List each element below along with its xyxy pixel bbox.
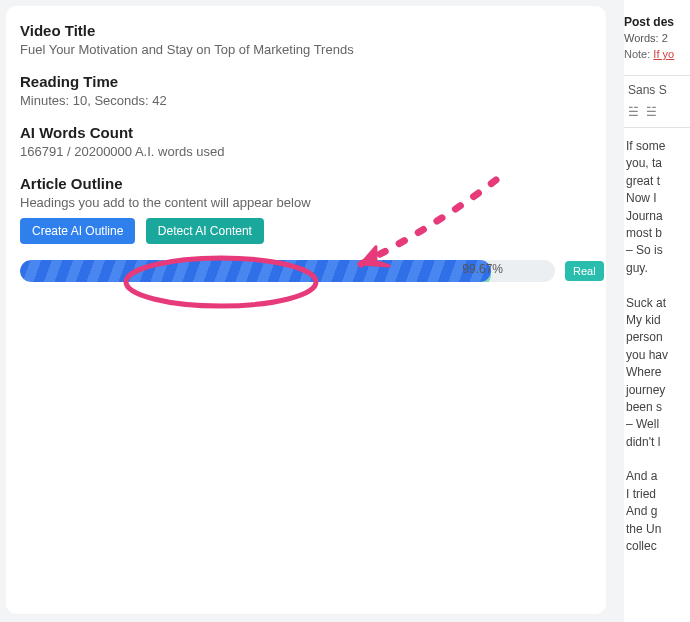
font-family-select[interactable]: Sans S xyxy=(628,82,690,99)
reading-time-label: Reading Time xyxy=(20,73,592,90)
post-note-prefix: Note: xyxy=(624,48,653,60)
real-badge: Real xyxy=(565,261,604,281)
post-words-count: Words: 2 xyxy=(624,31,690,47)
video-title-section: Video Title Fuel Your Motivation and Sta… xyxy=(20,22,592,57)
ai-words-label: AI Words Count xyxy=(20,124,592,141)
post-desc-label: Post des xyxy=(624,14,690,31)
indent-controls[interactable]: ☱ ☱ xyxy=(628,104,690,121)
progress-bar: 99.67% xyxy=(20,260,555,282)
article-outline-section: Article Outline Headings you add to the … xyxy=(20,175,592,244)
ai-detection-progress: 99.67% Real xyxy=(20,260,592,282)
post-note-link[interactable]: If yo xyxy=(653,48,674,60)
post-note: Note: If yo xyxy=(624,47,690,63)
video-title-label: Video Title xyxy=(20,22,592,39)
reading-time-section: Reading Time Minutes: 10, Seconds: 42 xyxy=(20,73,592,108)
right-panel: Post des Words: 2 Note: If yo Sans S ☱ ☱… xyxy=(624,0,690,622)
progress-fill xyxy=(20,260,491,282)
editor-toolbar: Sans S ☱ ☱ xyxy=(624,75,690,128)
video-title-value: Fuel Your Motivation and Stay on Top of … xyxy=(20,42,592,57)
outline-sub: Headings you add to the content will app… xyxy=(20,195,592,210)
detect-ai-content-button[interactable]: Detect AI Content xyxy=(146,218,264,244)
reading-time-value: Minutes: 10, Seconds: 42 xyxy=(20,93,592,108)
progress-percent: 99.67% xyxy=(462,262,503,276)
left-panel: Video Title Fuel Your Motivation and Sta… xyxy=(6,6,606,614)
outline-label: Article Outline xyxy=(20,175,592,192)
create-ai-outline-button[interactable]: Create AI Outline xyxy=(20,218,135,244)
editor-body[interactable]: If some you, ta great t Now I Journa mos… xyxy=(624,138,690,555)
ai-words-section: AI Words Count 166791 / 20200000 A.I. wo… xyxy=(20,124,592,159)
ai-words-value: 166791 / 20200000 A.I. words used xyxy=(20,144,592,159)
